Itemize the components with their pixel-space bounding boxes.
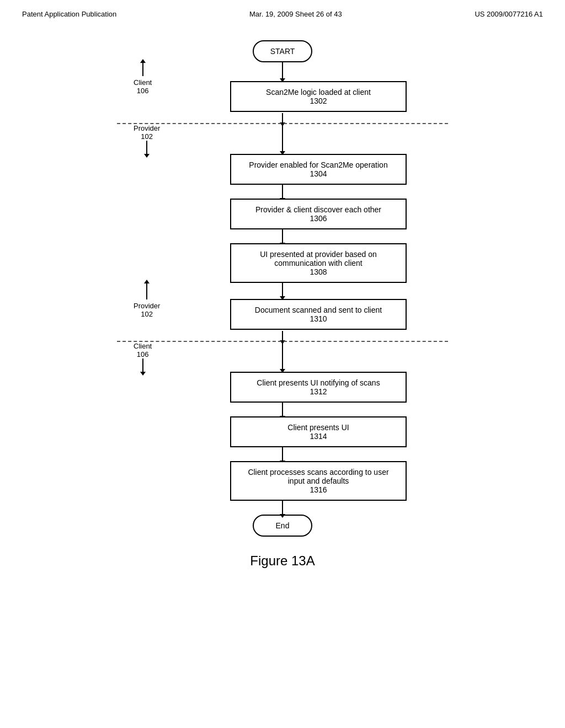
provider-arrow-down bbox=[146, 141, 147, 154]
client-106-row-bottom: Client106 bbox=[117, 342, 448, 370]
arrow-1310-pre bbox=[282, 283, 283, 297]
step-1316-number: 1316 bbox=[242, 485, 395, 494]
arrow-1316 bbox=[282, 447, 283, 461]
row-1314: Client presents UI 1314 bbox=[89, 416, 476, 447]
step-1316-label: Client processes scans according to user… bbox=[242, 468, 395, 485]
end-node: End bbox=[253, 515, 313, 537]
separator-1: Provider102 bbox=[117, 113, 448, 152]
box-1304: Provider enabled for Scan2Me operation 1… bbox=[230, 154, 407, 185]
arrow-1302 bbox=[282, 62, 283, 79]
step-1314-label: Client presents UI bbox=[242, 423, 395, 432]
arrow-down-3 bbox=[282, 124, 283, 152]
arrow-down-9 bbox=[282, 403, 283, 416]
separator-2: Client106 bbox=[117, 331, 448, 370]
arrow-down-11 bbox=[282, 501, 283, 515]
box-1310: Document scanned and sent to client 1310 bbox=[230, 299, 407, 330]
step-1308-number: 1308 bbox=[242, 267, 395, 276]
diagram-area: START Client106 Scan2Me logic loaded at … bbox=[0, 24, 565, 569]
arrow-down-7 bbox=[282, 331, 283, 341]
arrow-down-8 bbox=[282, 342, 283, 370]
header-center: Mar. 19, 2009 Sheet 26 of 43 bbox=[249, 10, 342, 18]
step-1302-number: 1302 bbox=[242, 97, 395, 105]
flowchart: START Client106 Scan2Me logic loaded at … bbox=[89, 40, 476, 537]
box-1308: UI presented at provider based on commun… bbox=[230, 243, 407, 283]
step-1304-label: Provider enabled for Scan2Me operation bbox=[242, 160, 395, 169]
arrow-down-5 bbox=[282, 229, 283, 243]
end-box: End bbox=[253, 515, 313, 537]
arrow-down-4 bbox=[282, 185, 283, 199]
row-1306: Provider & client discover each other 13… bbox=[89, 199, 476, 229]
arrow-end bbox=[282, 501, 283, 515]
arrow-before-dash bbox=[282, 113, 283, 123]
row-1302: Scan2Me logic loaded at client 1302 bbox=[89, 81, 476, 112]
step-1308-label: UI presented at provider based on commun… bbox=[242, 250, 395, 267]
provider-row-2: Provider102 bbox=[117, 283, 448, 297]
step-1306-number: 1306 bbox=[242, 214, 395, 223]
arrow-after-dash: Provider102 bbox=[117, 124, 448, 152]
box-1306: Provider & client discover each other 13… bbox=[230, 199, 407, 229]
header-right: US 2009/0077216 A1 bbox=[475, 10, 543, 18]
arrow-before-dash-2 bbox=[282, 331, 283, 341]
box-1316: Client processes scans according to user… bbox=[230, 461, 407, 501]
box-1302: Scan2Me logic loaded at client 1302 bbox=[230, 81, 407, 112]
arrow-1306 bbox=[282, 185, 283, 199]
step-1312-label: Client presents UI notifying of scans bbox=[242, 378, 395, 387]
box-1312: Client presents UI notifying of scans 13… bbox=[230, 372, 407, 403]
client-arrow-up bbox=[142, 62, 143, 76]
arrow-1308 bbox=[282, 229, 283, 243]
step-1306-label: Provider & client discover each other bbox=[242, 205, 395, 214]
step-1310-number: 1310 bbox=[242, 314, 395, 323]
arrow-down-10 bbox=[282, 447, 283, 461]
row-1308: UI presented at provider based on commun… bbox=[89, 243, 476, 283]
step-1314-number: 1314 bbox=[242, 432, 395, 441]
arrow-down-6 bbox=[282, 283, 283, 297]
start-box: START bbox=[253, 40, 313, 62]
arrow-down-1 bbox=[282, 62, 283, 79]
row-1312: Client presents UI notifying of scans 13… bbox=[89, 372, 476, 403]
step-1312-number: 1312 bbox=[242, 387, 395, 396]
step-1302-label: Scan2Me logic loaded at client bbox=[242, 88, 395, 97]
provider-102-label-top: Provider102 bbox=[134, 124, 160, 154]
box-1314: Client presents UI 1314 bbox=[230, 416, 407, 447]
client-arrow-down bbox=[142, 358, 143, 372]
header-left: Patent Application Publication bbox=[22, 10, 116, 18]
step-1310-label: Document scanned and sent to client bbox=[242, 306, 395, 314]
end-label: End bbox=[276, 521, 290, 530]
row-1304: Provider enabled for Scan2Me operation 1… bbox=[89, 154, 476, 185]
start-node: START bbox=[253, 40, 313, 62]
figure-caption: Figure 13A bbox=[250, 553, 315, 569]
row-1316: Client processes scans according to user… bbox=[89, 461, 476, 501]
arrow-down-2 bbox=[282, 113, 283, 123]
client-106-text-2: Client106 bbox=[134, 342, 152, 358]
start-label: START bbox=[270, 47, 295, 56]
client-106-label-bottom: Client106 bbox=[134, 342, 152, 372]
arrow-1314 bbox=[282, 403, 283, 416]
provider-arrow-up bbox=[146, 283, 147, 299]
row-1310: Document scanned and sent to client 1310 bbox=[89, 299, 476, 330]
provider-102-text-1: Provider102 bbox=[134, 124, 160, 141]
step-1304-number: 1304 bbox=[242, 169, 395, 178]
page-header: Patent Application Publication Mar. 19, … bbox=[0, 0, 565, 24]
